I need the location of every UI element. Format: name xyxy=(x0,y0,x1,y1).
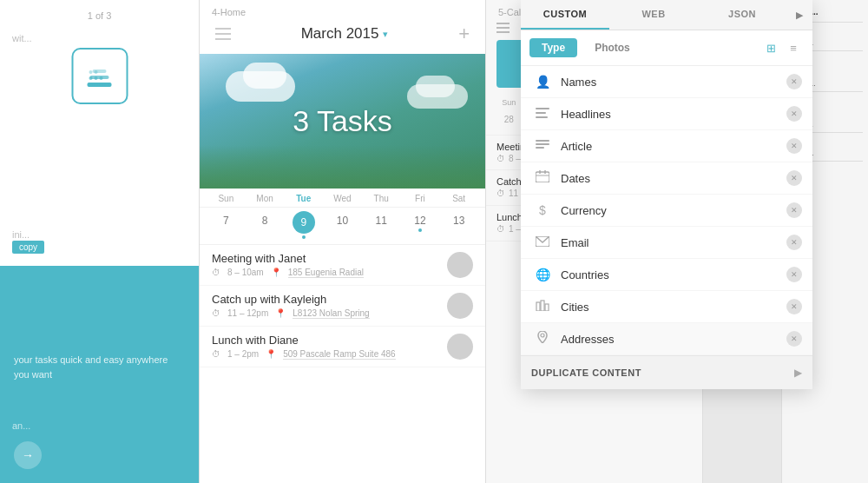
countries-close[interactable]: ✕ xyxy=(786,267,802,282)
event-list: Meeting with Janet ⏱ 8 – 10am 📍 185 Euge… xyxy=(200,245,485,367)
names-icon: 👤 xyxy=(531,75,554,89)
dates-close[interactable]: ✕ xyxy=(786,170,802,186)
item-addresses[interactable]: Addresses ✕ xyxy=(521,323,812,355)
article-label: Article xyxy=(561,140,786,153)
event-item-2: Catch up with Kayleigh ⏱ 11 – 12pm 📍 L81… xyxy=(200,286,485,327)
add-event-button[interactable]: + xyxy=(458,24,470,43)
item-article[interactable]: Article ✕ xyxy=(521,130,812,162)
event-1-location: 185 Eugenia Radial xyxy=(288,268,364,278)
tab-custom[interactable]: CUSTOM xyxy=(521,0,609,30)
event-3-avatar xyxy=(447,334,473,360)
arrow-button[interactable]: → xyxy=(14,441,42,469)
hero-image: 3 Tasks xyxy=(200,54,485,189)
date-10[interactable]: 10 xyxy=(323,211,362,239)
type-photos-row: Type Photos ⊞ ≡ xyxy=(521,30,812,66)
tab-json[interactable]: JSON xyxy=(698,0,786,30)
cities-icon xyxy=(531,299,554,314)
date-12[interactable]: 12 xyxy=(401,211,440,239)
date-8[interactable]: 8 xyxy=(246,211,285,239)
event-item-3: Lunch with Diane ⏱ 1 – 2pm 📍 509 Pascale… xyxy=(200,327,485,367)
currency-icon: $ xyxy=(531,203,554,217)
svg-rect-13 xyxy=(536,112,546,114)
tab-web[interactable]: WEB xyxy=(609,0,698,30)
body-text: your tasks quick and easy anywhere you w… xyxy=(14,353,185,381)
item-email[interactable]: Email ✕ xyxy=(521,227,812,259)
event-3-time: 1 – 2pm xyxy=(227,349,259,360)
event-3-title: Lunch with Diane xyxy=(212,334,438,347)
date-13[interactable]: 13 xyxy=(439,211,478,239)
dates-icon xyxy=(531,170,554,186)
svg-point-5 xyxy=(100,83,103,87)
cal-ham[interactable] xyxy=(496,23,510,33)
panel-counter: 1 of 3 xyxy=(88,10,112,21)
item-cities[interactable]: Cities ✕ xyxy=(521,291,812,323)
svg-point-9 xyxy=(100,76,103,80)
item-countries[interactable]: 🌐 Countries ✕ xyxy=(521,259,812,291)
item-dates[interactable]: Dates ✕ xyxy=(521,162,812,195)
svg-rect-14 xyxy=(536,116,548,118)
wifi-icon-box xyxy=(71,48,128,104)
wday-sun: Sun xyxy=(207,194,246,203)
item-currency[interactable]: $ Currency ✕ xyxy=(521,195,812,227)
headlines-close[interactable]: ✕ xyxy=(786,106,802,122)
date-9-today[interactable]: 9 xyxy=(284,211,323,239)
panel2-label: 4-Home xyxy=(212,7,246,17)
item-names[interactable]: 👤 Names ✕ xyxy=(521,66,812,98)
email-label: Email xyxy=(561,236,786,249)
addresses-close[interactable]: ✕ xyxy=(786,331,802,347)
wday-fri: Fri xyxy=(401,194,440,203)
event-2-time: 11 – 12pm xyxy=(227,308,268,319)
svg-rect-17 xyxy=(536,147,544,149)
date-row: 7 8 9 10 11 12 13 xyxy=(200,208,485,245)
grid-view-button[interactable]: ⊞ xyxy=(760,37,781,58)
svg-point-7 xyxy=(89,76,93,80)
cities-label: Cities xyxy=(561,301,786,314)
event-1-title: Meeting with Janet xyxy=(212,252,438,265)
duplicate-content[interactable]: DUPLICATE CONTENT ▶ xyxy=(521,355,812,389)
view-toggle: ⊞ ≡ xyxy=(760,37,804,58)
svg-rect-1 xyxy=(90,76,109,79)
type-button[interactable]: Type xyxy=(529,38,577,57)
placeholder-text2: ini... xyxy=(12,229,30,240)
svg-rect-15 xyxy=(536,140,549,142)
item-headlines[interactable]: Headlines ✕ xyxy=(521,98,812,130)
event-2-details: Catch up with Kayleigh ⏱ 11 – 12pm 📍 L81… xyxy=(212,293,438,319)
svg-rect-18 xyxy=(536,172,549,182)
hero-text: 3 Tasks xyxy=(293,104,392,138)
photos-button[interactable]: Photos xyxy=(582,38,642,57)
event-3-location: 509 Pascale Ramp Suite 486 xyxy=(283,349,396,360)
svg-rect-24 xyxy=(541,301,544,311)
svg-point-8 xyxy=(95,76,98,80)
event-item-1: Meeting with Janet ⏱ 8 – 10am 📍 185 Euge… xyxy=(200,245,485,286)
addresses-icon xyxy=(531,331,554,347)
date-11[interactable]: 11 xyxy=(362,211,401,239)
svg-point-3 xyxy=(89,83,93,87)
panel-teal-bottom: your tasks quick and easy anywhere you w… xyxy=(0,266,199,483)
wday-sat: Sat xyxy=(439,194,478,203)
currency-close[interactable]: ✕ xyxy=(786,202,802,218)
dates-label: Dates xyxy=(561,172,786,185)
month-chevron: ▾ xyxy=(383,29,388,40)
month-title: March 2015 ▾ xyxy=(301,25,389,43)
email-close[interactable]: ✕ xyxy=(786,235,802,250)
hamburger-menu[interactable] xyxy=(215,28,231,40)
list-view-button[interactable]: ≡ xyxy=(783,37,804,58)
date-7[interactable]: 7 xyxy=(207,211,246,239)
currency-label: Currency xyxy=(561,204,786,217)
tab-arrow[interactable]: ▶ xyxy=(786,0,812,30)
nav-text: an... xyxy=(12,420,30,431)
names-close[interactable]: ✕ xyxy=(786,74,802,89)
pin-icon-2: 📍 xyxy=(275,308,286,319)
svg-rect-25 xyxy=(545,304,549,311)
clock-icon-2: ⏱ xyxy=(212,308,220,319)
countries-icon: 🌐 xyxy=(531,268,554,281)
article-close[interactable]: ✕ xyxy=(786,138,802,154)
wday-mon: Mon xyxy=(246,194,285,203)
pin-icon-3: 📍 xyxy=(266,349,276,360)
wday-thu: Thu xyxy=(362,194,401,203)
panel-2: 4-Home March 2015 ▾ + 3 Tasks xyxy=(200,0,486,483)
pin-icon: 📍 xyxy=(271,268,281,278)
cities-close[interactable]: ✕ xyxy=(786,299,802,314)
event-2-location: L8123 Nolan Spring xyxy=(293,308,369,319)
email-icon xyxy=(531,235,554,250)
